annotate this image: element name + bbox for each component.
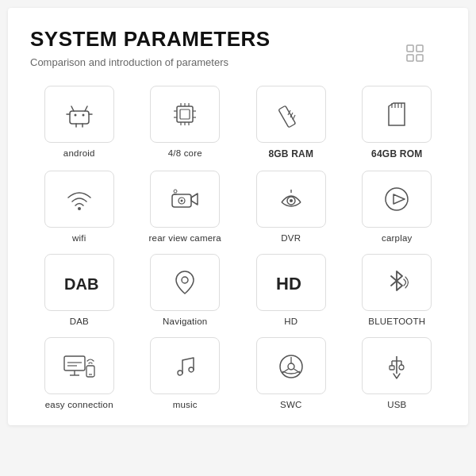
svg-point-54 xyxy=(189,367,194,372)
svg-rect-25 xyxy=(278,106,296,128)
svg-point-65 xyxy=(399,365,404,370)
svg-rect-51 xyxy=(86,366,94,377)
icon-box-swc xyxy=(256,337,326,394)
usb-icon xyxy=(382,350,412,382)
svg-point-37 xyxy=(174,190,177,193)
icon-box-dvr xyxy=(256,171,326,228)
svg-point-53 xyxy=(178,370,182,375)
page-header: SYSTEM PARAMETERS Comparison and introdu… xyxy=(30,27,446,68)
icon-box-easy-connection xyxy=(44,337,114,394)
svg-rect-3 xyxy=(416,55,423,61)
svg-point-8 xyxy=(82,114,84,117)
icon-box-wifi xyxy=(44,171,114,228)
item-android: android xyxy=(30,86,129,159)
icon-box-usb xyxy=(362,337,432,394)
music-icon xyxy=(170,351,200,381)
svg-line-28 xyxy=(293,115,295,120)
svg-line-5 xyxy=(71,106,74,111)
item-carplay: carplay xyxy=(348,171,447,243)
item-hd: HD HD xyxy=(242,254,340,326)
features-grid: android xyxy=(30,86,446,409)
swc-icon xyxy=(274,351,308,381)
label-music: music xyxy=(173,400,198,409)
item-usb: USB xyxy=(348,337,447,409)
dab-icon: DAB xyxy=(59,268,100,297)
svg-point-39 xyxy=(290,199,293,202)
item-dvr: DVR xyxy=(242,171,340,243)
item-bluetooth: BLUETOOTH xyxy=(348,254,447,326)
easy-connection-icon xyxy=(61,351,98,380)
bluetooth-icon xyxy=(382,267,412,298)
icon-box-rear-camera xyxy=(150,171,220,228)
svg-rect-2 xyxy=(407,55,413,61)
svg-point-56 xyxy=(288,363,294,370)
label-ram: 8GB RAM xyxy=(268,148,313,159)
label-rom: 64GB ROM xyxy=(371,148,422,159)
page-title: SYSTEM PARAMETERS xyxy=(30,27,446,52)
icon-box-hd: HD xyxy=(256,254,326,311)
android-icon xyxy=(63,98,95,130)
icon-box-bluetooth xyxy=(362,254,432,311)
svg-rect-46 xyxy=(64,356,85,370)
svg-rect-63 xyxy=(390,366,394,370)
svg-rect-13 xyxy=(177,106,193,122)
icon-box-android xyxy=(44,86,114,143)
svg-point-7 xyxy=(74,114,76,117)
item-rear-camera: rear view camera xyxy=(136,171,235,243)
svg-point-33 xyxy=(78,207,81,210)
item-rom: 64GB ROM xyxy=(348,86,447,159)
label-android: android xyxy=(63,148,95,158)
icon-box-ram xyxy=(256,86,326,143)
icon-box-music xyxy=(150,337,220,394)
icon-box-core xyxy=(150,86,220,143)
item-music: music xyxy=(136,337,235,409)
system-parameters-page: SYSTEM PARAMETERS Comparison and introdu… xyxy=(8,8,468,425)
page-subtitle: Comparison and introduction of parameter… xyxy=(30,56,446,68)
hd-icon: HD xyxy=(272,268,310,297)
item-easy-connection: easy connection xyxy=(30,337,129,409)
grid-icon xyxy=(406,44,424,62)
label-dab: DAB xyxy=(70,317,89,326)
item-dab: DAB DAB xyxy=(30,254,129,326)
ram-icon xyxy=(276,99,306,129)
item-navigation: Navigation xyxy=(136,254,235,326)
item-ram: 8GB RAM xyxy=(242,86,340,159)
svg-text:HD: HD xyxy=(276,274,301,294)
item-wifi: wifi xyxy=(30,171,129,243)
item-swc: SWC xyxy=(242,337,340,409)
svg-marker-42 xyxy=(393,194,405,204)
rom-icon xyxy=(382,100,411,129)
rear-camera-icon xyxy=(167,185,202,213)
item-core: 4/8 core xyxy=(136,86,235,159)
label-dvr: DVR xyxy=(281,233,301,243)
svg-line-6 xyxy=(85,106,87,111)
wifi-icon xyxy=(63,185,95,213)
svg-rect-4 xyxy=(70,111,89,124)
icon-box-rom xyxy=(362,86,432,143)
svg-point-44 xyxy=(182,277,188,283)
svg-point-36 xyxy=(181,200,183,202)
label-bluetooth: BLUETOOTH xyxy=(368,317,425,326)
label-easy-connection: easy connection xyxy=(45,400,113,409)
svg-rect-1 xyxy=(416,45,423,52)
svg-text:DAB: DAB xyxy=(64,275,98,293)
svg-rect-14 xyxy=(180,109,190,119)
svg-rect-0 xyxy=(407,45,413,52)
label-swc: SWC xyxy=(280,400,301,409)
carplay-icon xyxy=(382,184,412,214)
icon-box-navigation xyxy=(150,254,220,311)
dvr-icon xyxy=(274,185,308,213)
icon-box-dab: DAB xyxy=(44,254,114,311)
label-navigation: Navigation xyxy=(163,317,207,326)
label-hd: HD xyxy=(284,317,298,326)
label-usb: USB xyxy=(387,400,406,409)
label-wifi: wifi xyxy=(72,233,86,243)
navigation-icon xyxy=(170,267,200,298)
core-icon xyxy=(167,100,202,129)
label-core: 4/8 core xyxy=(168,148,202,158)
label-carplay: carplay xyxy=(382,233,412,243)
label-rear-camera: rear view camera xyxy=(149,233,221,243)
icon-box-carplay xyxy=(362,171,432,228)
